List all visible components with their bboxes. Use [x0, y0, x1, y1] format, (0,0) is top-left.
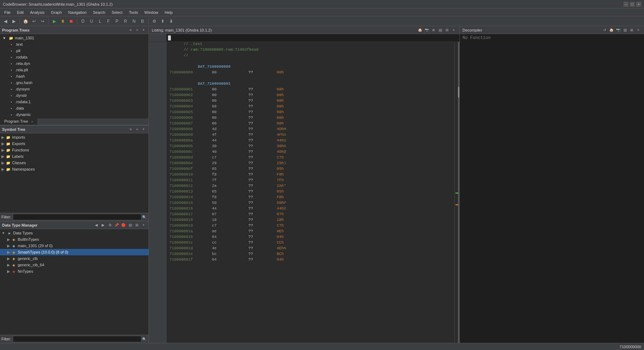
listing-line[interactable]: 710000001c cc ?? CCh	[167, 240, 454, 246]
listing-line[interactable]: DAT_7100000000	[167, 65, 454, 70]
symbol-filter-input[interactable]	[13, 214, 142, 220]
symbol-item-exports[interactable]: ▶📁Exports	[0, 140, 149, 147]
symbol-item-namespaces[interactable]: ▶📁Namespaces	[0, 166, 149, 172]
tree-item-dynstr[interactable]: ▪.dynstr	[0, 92, 149, 99]
tree-item-dynamic[interactable]: ▪.dynamic	[0, 111, 149, 118]
tree-item-hash[interactable]: ▪.hash	[0, 73, 149, 79]
listing-expand-btn[interactable]: ⊞	[444, 27, 450, 33]
listing-line[interactable]: 710000001d 4e ?? 4Eh N	[167, 246, 454, 252]
dtm-filter-btn[interactable]: 🔍	[141, 336, 147, 342]
listing-line[interactable]: 710000000d c7 ?? C7h	[167, 155, 454, 161]
decompiler-expand-btn[interactable]: ⊞	[629, 27, 634, 33]
dtm-expand-button[interactable]: ⊞	[134, 222, 140, 228]
symbol-item-classes[interactable]: ▶📁Classes	[0, 160, 149, 166]
symbol-tree-close[interactable]: ×	[141, 127, 146, 132]
program-trees-root[interactable]: ▼ 📁 main_1301	[0, 35, 149, 41]
tree-item-dynsym[interactable]: ▪.dynsym	[0, 86, 149, 92]
decompiler-refresh-btn[interactable]: ↺	[602, 27, 607, 33]
listing-line[interactable]: 7100000019 c7 ?? C7h	[167, 223, 454, 229]
minimize-button[interactable]: −	[623, 2, 628, 7]
listing-line[interactable]: 7100000015 50 ?? 50h P	[167, 201, 454, 206]
dtm-fwd-button[interactable]: ▶	[100, 222, 106, 228]
tab-close-icon[interactable]: ×	[31, 120, 33, 123]
listing-line[interactable]: 7100000001 00 ?? 00h	[167, 87, 454, 93]
dtm-item-generic_clb[interactable]: ▶◈generic_clb	[0, 255, 149, 262]
back-button[interactable]: ◀	[1, 17, 9, 25]
tree-item-data[interactable]: ▪.data	[0, 105, 149, 111]
tool7-button[interactable]: N	[130, 17, 138, 25]
decompiler-home-btn[interactable]: 🏠	[609, 27, 614, 33]
listing-line[interactable]: 710000000c 40 ?? 40h @	[167, 150, 454, 155]
menu-item-select[interactable]: Select	[109, 10, 125, 15]
tree-item-rodata[interactable]: ▪.rodata	[0, 54, 149, 60]
listing-line[interactable]: // .text	[167, 42, 454, 48]
tool1-button[interactable]: D	[79, 17, 87, 25]
listing-line[interactable]: 7100000018 18 ?? 18h	[167, 218, 454, 223]
listing-line[interactable]: 7100000017 07 ?? 07h	[167, 212, 454, 218]
dtm-layout-button[interactable]: ▤	[127, 222, 133, 228]
menu-item-file[interactable]: File	[1, 10, 13, 15]
dtm-item-smashtypes--10-0-0---8-of-0-[interactable]: ▶◈SmashTypes (10.0.0) (8 of 0)	[0, 249, 149, 255]
dtm-pin-button[interactable]: 📌	[114, 222, 119, 228]
listing-close-btn[interactable]: ×	[451, 27, 457, 33]
listing-line[interactable]: 7100000013 05 ?? 05h	[167, 189, 454, 195]
listing-line[interactable]: 7100000005 00 ?? 00h	[167, 110, 454, 116]
menu-item-tools[interactable]: Tools	[126, 10, 141, 15]
listing-line[interactable]: 7100000010 f8 ?? F8h	[167, 172, 454, 178]
listing-line[interactable]: 7100000000 00 ?? 00h	[167, 70, 454, 76]
listing-cursor-btn[interactable]: ⊕	[431, 27, 436, 33]
undo-button[interactable]: ↩	[30, 17, 38, 25]
listing-main[interactable]: // .text// ram:7100000000-ram:71003f8ea0…	[167, 42, 454, 343]
search-button[interactable]: ⚙	[150, 17, 158, 25]
listing-line[interactable]: 7100000009 4f ?? 4Fh O	[167, 133, 454, 138]
menu-item-analysis[interactable]: Analysis	[27, 10, 47, 15]
menu-item-edit[interactable]: Edit	[14, 10, 27, 15]
listing-line[interactable]: 7100000007 00 ?? 00h	[167, 121, 454, 127]
listing-line[interactable]	[167, 76, 454, 82]
menu-item-graph[interactable]: Graph	[48, 10, 65, 15]
close-button[interactable]: ×	[636, 2, 641, 7]
symbol-item-imports[interactable]: ▶📁Imports	[0, 134, 149, 140]
listing-home-btn[interactable]: 🏠	[417, 27, 423, 33]
listing-line[interactable]: 7100000004 08 ?? 08h	[167, 104, 454, 110]
listing-line[interactable]: DAT_7100000001	[167, 82, 454, 87]
decompiler-panel-btn[interactable]: ▤	[622, 27, 628, 33]
tool6-button[interactable]: R	[122, 17, 129, 25]
listing-line[interactable]: 7100000002 00 ?? 00h	[167, 93, 454, 99]
tree-item-relaplt[interactable]: ▪.rela.plt	[0, 67, 149, 73]
forward-button[interactable]: ▶	[10, 17, 18, 25]
program-tree-tab[interactable]: Program Tree ×	[0, 118, 38, 125]
listing-line[interactable]: 710000000f 05 ?? 05h	[167, 167, 454, 172]
menu-item-window[interactable]: Window	[141, 10, 161, 15]
tree-item-gnuhash[interactable]: ▪.gnu.hash	[0, 79, 149, 86]
dtm-tools-button[interactable]: ⚙	[107, 222, 113, 228]
listing-line[interactable]: 7100000012 2a ?? 2Ah *	[167, 184, 454, 189]
tree-item-rodata1[interactable]: ▪.rodata.1	[0, 99, 149, 105]
tool2-button[interactable]: U	[88, 17, 95, 25]
listing-snap-btn[interactable]: 📷	[424, 27, 430, 33]
program-trees-close[interactable]: ×	[141, 27, 146, 33]
listing-line[interactable]: 710000001e bc ?? BCh	[167, 252, 454, 257]
listing-line[interactable]: 7100000011 7f ?? 7Fh	[167, 178, 454, 184]
dtm-unpin-button[interactable]: 🔴	[121, 222, 126, 228]
tool8-button[interactable]: B	[139, 17, 146, 25]
symbol-filter-btn[interactable]: 🔍	[141, 214, 147, 220]
listing-line[interactable]: 710000000b 30 ?? 30h 0	[167, 144, 454, 150]
dtm-filter-input[interactable]	[13, 336, 142, 342]
export-button[interactable]: ⬇	[167, 17, 175, 25]
dtm-item-generic_clb_64[interactable]: ▶◈generic_clb_64	[0, 262, 149, 268]
tree-item-reladyn[interactable]: ▪.rela.dyn	[0, 60, 149, 67]
listing-line[interactable]	[167, 59, 454, 65]
tree-item-plt[interactable]: ▪.plt	[0, 48, 149, 54]
listing-line[interactable]: //	[167, 53, 454, 59]
listing-line[interactable]: 710000001a ae ?? AEh	[167, 229, 454, 235]
symbol-tree-btn1[interactable]: ≡	[128, 127, 134, 132]
dtm-item-data-types[interactable]: ▼◈Data Types	[0, 230, 149, 236]
tool3-button[interactable]: L	[96, 17, 104, 25]
stop-button[interactable]: ⏹	[67, 17, 75, 25]
run-button[interactable]: ▶	[50, 17, 58, 25]
listing-panel-btn[interactable]: ▤	[437, 27, 443, 33]
symbol-item-functions[interactable]: ▶📁Functions	[0, 147, 149, 153]
dtm-item-nntypes[interactable]: ▶◈NnTypes	[0, 268, 149, 274]
tool5-button[interactable]: P	[113, 17, 121, 25]
